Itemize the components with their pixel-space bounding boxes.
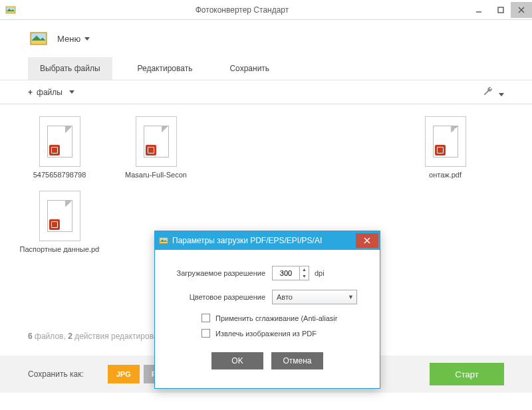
resolution-unit: dpi bbox=[315, 269, 325, 277]
file-thumbnail bbox=[39, 191, 80, 241]
file-item[interactable]: Masaru-Full-Secon bbox=[124, 116, 188, 179]
app-logo bbox=[29, 31, 48, 47]
resolution-value[interactable] bbox=[273, 266, 299, 280]
menu-label: Меню bbox=[57, 34, 80, 44]
plus-icon: + bbox=[28, 88, 33, 97]
file-thumbnail bbox=[39, 116, 80, 167]
chevron-down-icon: ▼ bbox=[348, 294, 354, 300]
tab-save[interactable]: Сохранить bbox=[217, 57, 281, 80]
maximize-button[interactable] bbox=[489, 2, 511, 18]
extract-images-label: Извлечь изображения из PDF bbox=[215, 330, 317, 338]
file-item[interactable]: 5475658798798 bbox=[28, 116, 91, 179]
minimize-button[interactable] bbox=[468, 2, 489, 18]
dialog-titlebar[interactable]: Параметры загрузки PDF/EPS/EPI/PS/AI bbox=[155, 231, 380, 250]
chevron-down-icon bbox=[84, 37, 90, 41]
sub-toolbar: + файлы bbox=[0, 80, 532, 104]
load-params-dialog: Параметры загрузки PDF/EPS/EPI/PS/AI Заг… bbox=[154, 231, 380, 389]
window-title: Фотоконвертер Стандарт bbox=[16, 5, 468, 15]
app-icon bbox=[159, 236, 168, 245]
status-file-count: 6 bbox=[28, 332, 33, 341]
file-item[interactable]: онтаж.pdf bbox=[414, 116, 477, 179]
add-files-button[interactable]: + файлы bbox=[28, 88, 74, 97]
app-icon bbox=[5, 5, 16, 15]
file-name: Паспортные данные.pdf bbox=[20, 245, 100, 253]
svg-rect-4 bbox=[498, 7, 503, 13]
close-icon bbox=[364, 237, 370, 244]
color-depth-label: Цветовое разрешение bbox=[166, 293, 265, 301]
ok-button[interactable]: OK bbox=[211, 352, 263, 369]
add-files-label: файлы bbox=[37, 88, 63, 97]
dialog-title: Параметры загрузки PDF/EPS/EPI/PS/AI bbox=[172, 236, 356, 245]
window-close-button[interactable] bbox=[511, 2, 532, 18]
cancel-button[interactable]: Отмена bbox=[271, 352, 323, 369]
chevron-down-icon bbox=[499, 93, 504, 96]
save-as-label: Сохранить как: bbox=[28, 369, 84, 379]
spin-down-icon[interactable]: ▼ bbox=[300, 273, 309, 280]
tab-edit[interactable]: Редактировать bbox=[126, 57, 205, 80]
file-grid: 5475658798798 Masaru-Full-Secon онтаж.pd… bbox=[0, 104, 532, 332]
format-jpg-button[interactable]: JPG bbox=[108, 365, 140, 383]
tab-select-files[interactable]: Выбрать файлы bbox=[28, 57, 112, 80]
chevron-down-icon bbox=[69, 90, 74, 94]
antialias-checkbox[interactable] bbox=[201, 314, 210, 322]
wrench-icon bbox=[483, 86, 493, 96]
color-depth-value: Авто bbox=[277, 293, 293, 301]
tab-strip: Выбрать файлы Редактировать Сохранить bbox=[0, 57, 532, 80]
file-thumbnail bbox=[425, 116, 466, 167]
color-depth-select[interactable]: Авто ▼ bbox=[272, 290, 357, 304]
resolution-input[interactable]: ▲ ▼ bbox=[272, 266, 309, 280]
settings-button[interactable] bbox=[483, 86, 504, 99]
extract-images-checkbox[interactable] bbox=[201, 329, 210, 338]
titlebar: Фотоконвертер Стандарт bbox=[0, 0, 532, 20]
file-thumbnail bbox=[136, 116, 177, 167]
menu-button[interactable]: Меню bbox=[57, 34, 90, 44]
spin-up-icon[interactable]: ▲ bbox=[300, 266, 309, 273]
file-name: 5475658798798 bbox=[20, 171, 100, 179]
file-item[interactable]: Паспортные данные.pdf bbox=[28, 191, 91, 253]
file-name: онтаж.pdf bbox=[406, 171, 485, 179]
dialog-close-button[interactable] bbox=[356, 233, 378, 248]
resolution-label: Загружаемое разрешение bbox=[166, 269, 265, 277]
file-name: Masaru-Full-Secon bbox=[116, 171, 196, 179]
antialias-label: Применить сглаживание (Anti-aliasir bbox=[215, 314, 337, 322]
menu-strip: Меню bbox=[0, 20, 532, 57]
start-button[interactable]: Старт bbox=[430, 363, 504, 385]
status-edit-count: 2 bbox=[68, 332, 72, 341]
